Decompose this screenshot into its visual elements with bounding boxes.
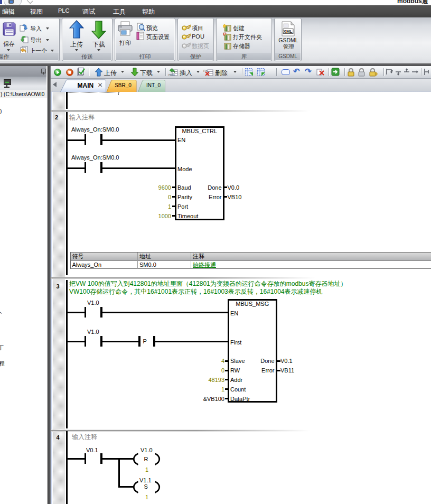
svg-text:XML: XML (284, 29, 293, 34)
svg-text:HRD: HRD (168, 73, 175, 77)
